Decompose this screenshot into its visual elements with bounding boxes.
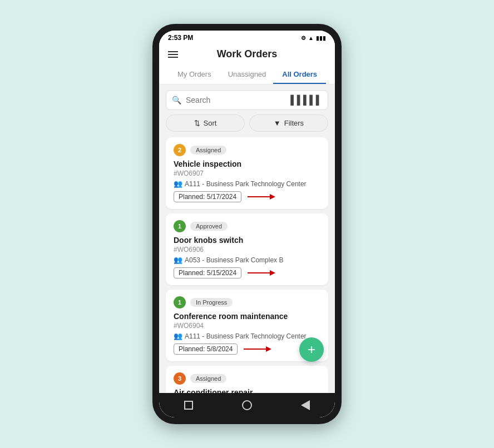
card-header: 2 Assigned [174,144,320,156]
priority-badge: 1 [174,296,186,308]
app-header: Work Orders My Orders Unassigned All Ord… [159,44,335,84]
status-pill: Approved [190,222,228,231]
arrow-indicator [248,267,275,277]
filter-icon: ▼ [274,119,281,127]
phone-screen: 2:53 PM ⚙ ▲ ▮▮▮ Work Orders My Orders [159,31,335,417]
fab-button[interactable]: + [299,337,324,362]
tabs-container: My Orders Unassigned All Orders [168,66,326,84]
card-title: Air conditioner repair [174,388,320,393]
search-icon: 🔍 [172,96,181,104]
card-location: 👥 A111 - Business Park Technology Center [174,332,320,340]
planned-date-row: Planned: 5/8/2024 [174,344,320,355]
planned-date-row: Planned: 5/17/2024 [174,191,320,202]
sort-filter-row: ⇅ Sort ▼ Filters [166,115,328,132]
svg-marker-3 [270,270,275,276]
barcode-icon[interactable]: ▌▌▌▌▌ [290,95,322,105]
nav-back-button[interactable] [298,397,313,413]
work-order-card[interactable]: 3 Assigned Air conditioner repair #WO690… [166,366,328,393]
nav-square-icon [184,401,193,410]
search-input[interactable] [186,96,290,104]
settings-icon: ⚙ [301,35,306,41]
card-title: Door knobs switch [174,236,320,245]
app-title: Work Orders [217,48,278,60]
filter-button[interactable]: ▼ Filters [249,115,328,132]
filter-label: Filters [284,119,304,127]
battery-icon: ▮▮▮ [316,35,326,41]
card-header: 1 Approved [174,220,320,232]
search-bar[interactable]: 🔍 ▌▌▌▌▌ [166,90,328,110]
wifi-icon: ▲ [308,35,314,41]
content-area: 🔍 ▌▌▌▌▌ ⇅ Sort ▼ Filters 2 [159,84,335,393]
nav-bar [159,393,335,417]
priority-badge: 2 [174,144,186,156]
card-id: #WO6904 [174,322,320,330]
work-order-card[interactable]: 2 Assigned Vehicle inspection #WO6907 👥 … [166,137,328,209]
phone-frame: 2:53 PM ⚙ ▲ ▮▮▮ Work Orders My Orders [152,24,342,424]
location-icon: 👥 [174,256,182,264]
status-pill: Assigned [190,374,226,383]
card-location: 👥 A053 - Business Park Complex B [174,256,320,264]
header-top: Work Orders [168,48,326,60]
status-icons: ⚙ ▲ ▮▮▮ [301,35,326,41]
tab-all-orders[interactable]: All Orders [273,66,326,84]
sort-button[interactable]: ⇅ Sort [166,115,245,132]
tab-my-orders[interactable]: My Orders [168,66,221,84]
planned-date: Planned: 5/8/2024 [174,344,238,355]
arrow-indicator [244,344,271,354]
planned-date: Planned: 5/17/2024 [174,191,241,202]
status-time: 2:53 PM [168,34,193,42]
nav-triangle-icon [301,400,310,410]
nav-circle-icon [242,400,252,410]
work-order-card[interactable]: 1 Approved Door knobs switch #WO6906 👥 A… [166,213,328,285]
location-icon: 👥 [174,332,182,340]
status-bar: 2:53 PM ⚙ ▲ ▮▮▮ [159,31,335,44]
location-icon: 👥 [174,180,182,188]
card-header: 3 Assigned [174,372,320,385]
arrow-indicator [248,191,275,201]
planned-date: Planned: 5/15/2024 [174,267,241,278]
card-title: Conference room maintenance [174,312,320,321]
card-id: #WO6907 [174,170,320,177]
sort-label: Sort [204,119,217,127]
status-pill: Assigned [190,146,226,155]
sort-icon: ⇅ [194,119,200,127]
svg-marker-1 [270,194,275,200]
card-location: 👥 A111 - Business Park Technology Center [174,180,320,188]
priority-badge: 1 [174,220,186,232]
priority-badge: 3 [174,372,186,385]
tab-unassigned[interactable]: Unassigned [221,66,274,84]
card-header: 1 In Progress [174,296,320,308]
planned-date-row: Planned: 5/15/2024 [174,267,320,278]
status-pill: In Progress [190,298,233,307]
nav-square-button[interactable] [181,397,196,413]
svg-marker-5 [266,346,271,352]
card-id: #WO6906 [174,246,320,253]
card-title: Vehicle inspection [174,160,320,168]
nav-home-button[interactable] [239,397,255,413]
hamburger-menu[interactable] [168,51,178,58]
